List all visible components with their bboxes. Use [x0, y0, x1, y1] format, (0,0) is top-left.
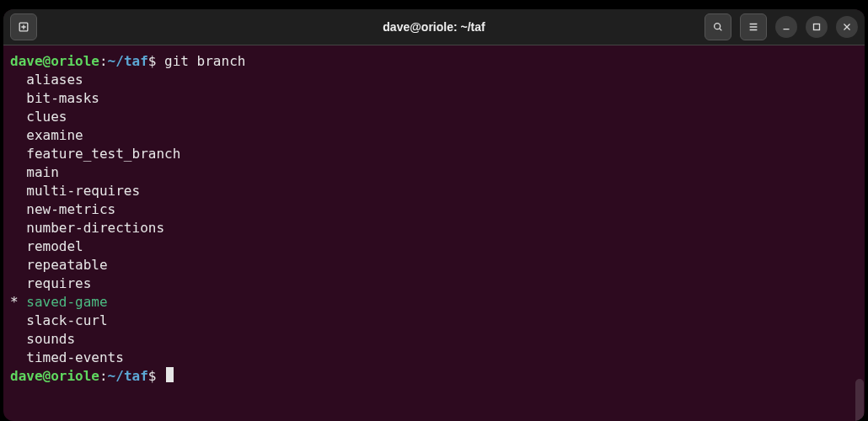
- minimize-icon: [780, 21, 792, 33]
- current-branch-marker: *: [10, 294, 26, 310]
- branch-line: number-directions: [10, 219, 858, 237]
- branch-line: aliases: [10, 71, 858, 89]
- close-button[interactable]: [836, 16, 858, 38]
- menu-button[interactable]: [740, 13, 767, 40]
- close-icon: [841, 21, 853, 33]
- branch-line: requires: [10, 274, 858, 293]
- titlebar: dave@oriole: ~/taf: [3, 9, 865, 45]
- maximize-icon: [811, 21, 822, 33]
- prompt-symbol: $: [148, 53, 157, 69]
- svg-point-3: [715, 24, 721, 29]
- command-text: git branch: [164, 53, 245, 69]
- prompt-symbol: $: [148, 368, 157, 384]
- prompt-user-host: dave@oriole: [10, 368, 99, 384]
- branch-line: new-metrics: [10, 200, 858, 219]
- minimize-button[interactable]: [775, 16, 797, 38]
- prompt-user-host: dave@oriole: [10, 53, 99, 69]
- prompt-path: ~/taf: [108, 368, 148, 384]
- hamburger-icon: [747, 21, 759, 33]
- scrollbar[interactable]: [855, 379, 864, 421]
- svg-rect-9: [814, 24, 820, 30]
- prompt-line-1: dave@oriole:~/taf$ git branch: [10, 52, 858, 71]
- cursor: [166, 367, 174, 382]
- new-tab-icon: [18, 21, 29, 33]
- search-icon: [712, 21, 724, 33]
- branch-line: * saved-game: [10, 293, 858, 312]
- prompt-path: ~/taf: [108, 53, 148, 69]
- branch-line: repeatable: [10, 256, 858, 274]
- branch-line: feature_test_branch: [10, 145, 858, 163]
- branch-line: slack-curl: [10, 312, 858, 330]
- window-title: dave@oriole: ~/taf: [185, 20, 683, 34]
- branch-line: clues: [10, 108, 858, 126]
- terminal-window: dave@oriole: ~/taf: [3, 9, 865, 421]
- svg-line-4: [720, 29, 722, 31]
- prompt-sep: :: [99, 53, 108, 69]
- branch-line: main: [10, 163, 858, 182]
- prompt-sep: :: [99, 368, 108, 384]
- branch-line: timed-events: [10, 349, 858, 367]
- new-tab-button[interactable]: [10, 13, 37, 40]
- maximize-button[interactable]: [806, 16, 828, 38]
- branch-line: remodel: [10, 237, 858, 256]
- branch-line: multi-requires: [10, 182, 858, 200]
- search-button[interactable]: [705, 13, 731, 40]
- branch-line: examine: [10, 126, 858, 145]
- branch-line: sounds: [10, 330, 858, 349]
- branch-name: saved-game: [26, 294, 107, 310]
- branch-line: bit-masks: [10, 89, 858, 108]
- terminal-area[interactable]: dave@oriole:~/taf$ git branch aliases bi…: [3, 45, 865, 421]
- prompt-line-2: dave@oriole:~/taf$: [10, 367, 858, 386]
- branches-output: aliases bit-masks clues examine feature_…: [10, 71, 858, 367]
